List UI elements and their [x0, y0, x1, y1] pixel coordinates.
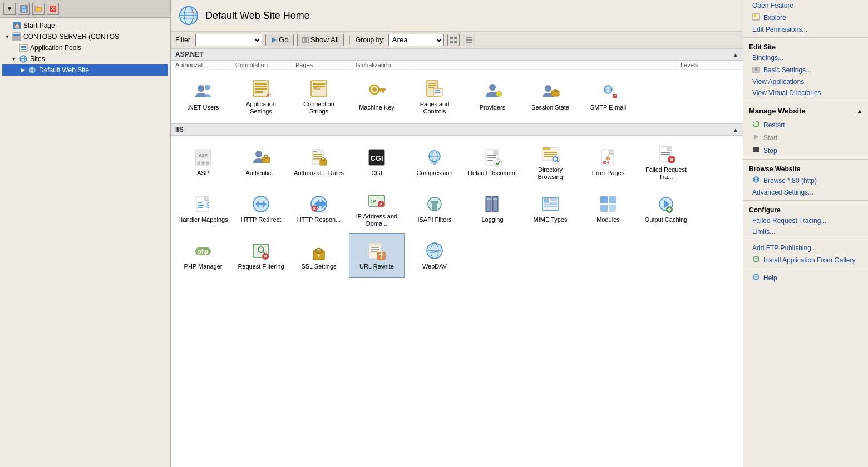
icon-default-document[interactable]: Default Document [465, 140, 520, 185]
icon-pages-controls[interactable]: Pages and Controls [407, 74, 462, 119]
svg-text:✕: ✕ [51, 6, 55, 12]
icon-modules[interactable]: Modules [580, 187, 636, 231]
separator-5 [743, 240, 868, 240]
icon-conn-strings[interactable]: ab Connection Strings [291, 74, 347, 119]
providers-img: ✓ [482, 82, 502, 102]
sites-expand[interactable]: ▼ [11, 56, 17, 62]
aspnet-collapse-btn[interactable]: ▲ [733, 52, 738, 58]
manage-website-collapse[interactable]: ▲ [857, 108, 862, 114]
icon-authorization-rules[interactable]: Authorizat... Rules [291, 140, 347, 185]
svg-point-64 [489, 84, 496, 91]
icon-app-settings[interactable]: ab Application Settings [233, 74, 289, 119]
url-rewrite-label: URL Rewrite [359, 263, 394, 270]
tree-item-app-pools[interactable]: Application Pools [2, 42, 168, 53]
tree-item-default-web-site[interactable]: ▶ Default Web Site [2, 64, 168, 76]
default-web-site-expand[interactable]: ▶ [20, 67, 26, 73]
icon-logging[interactable]: Logging [465, 187, 520, 231]
icon-machine-key[interactable]: Machine Key [349, 74, 405, 119]
svg-text:CGI: CGI [370, 154, 383, 162]
icon-session-state[interactable]: Session State [522, 74, 578, 119]
svg-point-79 [197, 161, 200, 165]
tree-item-contoso-server[interactable]: ▼ CONTOSO-SERVER (CONTOS [2, 31, 168, 42]
icon-smtp-email[interactable]: SMTP E-mail [580, 74, 636, 119]
cat-globalization: Globalization [351, 61, 411, 69]
icon-output-caching[interactable]: Output Caching [638, 187, 694, 231]
icon-directory-browsing[interactable]: Directory Browsing [522, 140, 578, 185]
restart-action[interactable]: Restart [743, 118, 868, 131]
tree-item-start-page[interactable]: 🏠 Start Page [2, 20, 168, 31]
bindings-action[interactable]: Bindings... [743, 52, 868, 63]
view-applications-action[interactable]: View Applications [743, 76, 868, 87]
php-manager-img: php [193, 241, 213, 261]
icon-http-response[interactable]: HTTP Respon... [291, 187, 347, 231]
icon-error-pages[interactable]: ! 404 Error Pages [580, 140, 636, 185]
svg-rect-63 [435, 92, 440, 93]
main-content: Default Web Site Home Filter: Go Show Al… [171, 0, 743, 467]
authentication-img [251, 147, 271, 167]
expand-arrow[interactable] [4, 23, 10, 28]
limits-action[interactable]: Limits... [743, 226, 868, 237]
ip-address-img: IP [367, 191, 387, 211]
icon-handler-mappings[interactable]: Handler Mappings [175, 187, 231, 231]
view-virtual-dirs-action[interactable]: View Virtual Directories [743, 87, 868, 98]
edit-site-section-title: Edit Site [743, 40, 868, 52]
icon-http-redirect[interactable]: HTTP Redirect [233, 187, 289, 231]
icon-net-users[interactable]: .NET Users [175, 74, 231, 119]
toolbar-save-btn[interactable] [18, 3, 30, 15]
icon-authentication[interactable]: Authentic... [233, 140, 289, 185]
svg-rect-36 [454, 41, 457, 43]
icon-url-rewrite[interactable]: URL Rewrite [349, 234, 405, 278]
app-pools-expand[interactable] [11, 45, 17, 51]
open-feature-action[interactable]: Open Feature [743, 0, 868, 11]
icon-webdav[interactable]: DAV WebDAV [407, 234, 462, 278]
group-by-select[interactable]: Area Category [388, 34, 444, 46]
explore-action[interactable]: Explore [743, 11, 868, 24]
svg-rect-46 [255, 91, 263, 93]
tree-item-sites[interactable]: ▼ Sites [2, 53, 168, 64]
icon-compression[interactable]: Compression [407, 140, 462, 185]
icon-failed-request-tracing[interactable]: ✕ Failed Request Tra... [638, 140, 694, 185]
add-ftp-publishing-action[interactable]: Add FTP Publishing... [743, 242, 868, 254]
toolbar-dropdown-btn[interactable]: ▼ [3, 3, 16, 15]
basic-settings-action[interactable]: Basic Settings... [743, 63, 868, 76]
edit-permissions-action[interactable]: Edit Permissions... [743, 24, 868, 35]
svg-rect-56 [380, 91, 381, 92]
icon-php-manager[interactable]: php PHP Manager [175, 234, 231, 278]
view-toggle-btn[interactable] [447, 34, 460, 46]
failed-request-tracing-action[interactable]: Failed Request Tracing... [743, 215, 868, 226]
icon-asp[interactable]: ASP ASP [175, 140, 231, 185]
icon-cgi[interactable]: CGI CGI [349, 140, 405, 185]
contoso-expand[interactable]: ▼ [4, 34, 10, 39]
install-app-gallery-action[interactable]: ? Install Application From Gallery [743, 254, 868, 266]
browse-http-action[interactable]: Browse *:80 (http) [743, 174, 868, 187]
icon-ip-address[interactable]: IP IP Address and Doma... [349, 187, 405, 231]
view-list-btn[interactable] [463, 34, 475, 46]
toolbar-close-btn[interactable]: ✕ [47, 3, 59, 15]
svg-rect-89 [313, 156, 322, 157]
show-all-button[interactable]: Show All [297, 34, 344, 46]
net-users-img [193, 82, 213, 102]
explore-icon [752, 13, 760, 22]
icon-mime-types[interactable]: MIME Types [522, 187, 578, 231]
compression-img [425, 147, 445, 167]
stop-action[interactable]: Stop [743, 144, 868, 157]
page-header: Default Web Site Home [171, 0, 743, 32]
iis-collapse-btn[interactable]: ▲ [733, 127, 738, 133]
icon-request-filtering[interactable]: Request Filtering [233, 234, 289, 278]
http-response-img [309, 194, 329, 214]
filter-select[interactable] [195, 34, 262, 46]
icon-providers[interactable]: ✓ Providers [465, 74, 520, 119]
svg-point-81 [206, 161, 209, 165]
svg-rect-155 [609, 196, 616, 203]
output-caching-img [656, 194, 676, 214]
toolbar-open-btn[interactable] [32, 3, 45, 15]
advanced-settings-action[interactable]: Advanced Settings... [743, 187, 868, 198]
go-button[interactable]: Go [265, 34, 294, 46]
configure-title: Configure [743, 203, 868, 215]
icon-ssl-settings[interactable]: SSL Settings [291, 234, 347, 278]
icon-isapi-filters[interactable]: ISAPI Filters [407, 187, 462, 231]
iis-section-header: IIS ▲ [171, 123, 743, 136]
svg-rect-171 [318, 255, 319, 257]
help-action[interactable]: ? Help [743, 271, 868, 284]
handler-mappings-label: Handler Mappings [178, 216, 228, 223]
